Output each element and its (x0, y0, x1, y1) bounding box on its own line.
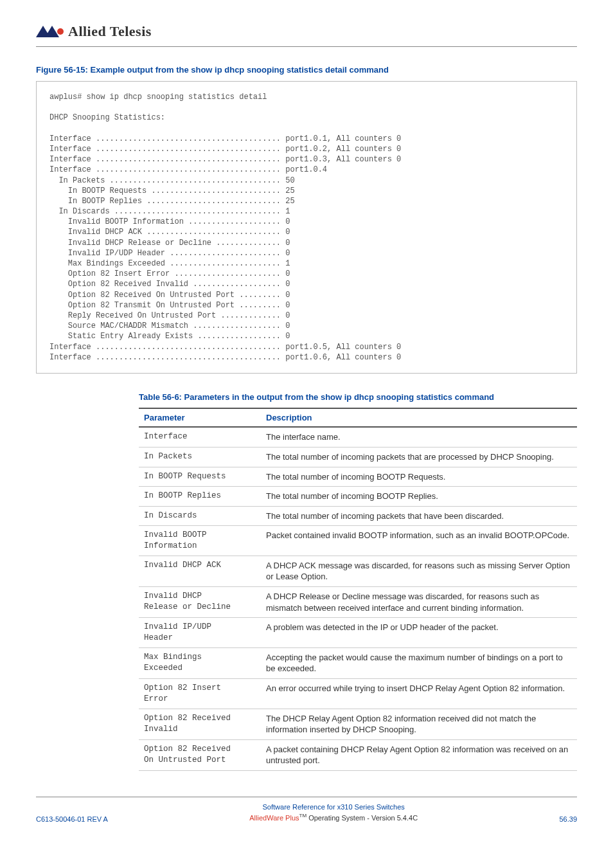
cli-output: Interface ..............................… (49, 134, 564, 363)
param-desc: The total number of incoming BOOTP Repli… (261, 487, 577, 507)
param-name: In BOOTP Replies (139, 487, 261, 507)
param-desc: A DHCP Release or Decline message was di… (261, 587, 577, 618)
param-desc: The total number of incoming packets tha… (261, 447, 577, 467)
col-header-description: Description (261, 408, 577, 427)
param-name: Interface (139, 427, 261, 447)
param-name: In BOOTP Requests (139, 467, 261, 487)
param-name: In Packets (139, 447, 261, 467)
param-name: Invalid IP/UDP Header (139, 618, 261, 648)
cli-output-box: awplus# show ip dhcp snooping statistics… (36, 81, 577, 374)
cli-header: DHCP Snooping Statistics: (49, 113, 564, 123)
table-row: Invalid DHCP Release or DeclineA DHCP Re… (139, 587, 577, 618)
table-row: Invalid DHCP ACKA DHCP ACK message was d… (139, 556, 577, 586)
table-row: In DiscardsThe total number of incoming … (139, 506, 577, 526)
param-desc: The total number of incoming packets tha… (261, 506, 577, 526)
param-desc: A DHCP ACK message was discarded, for re… (261, 556, 577, 586)
table-row: Option 82 Received On Untrusted PortA pa… (139, 739, 577, 770)
param-desc: Packet contained invalid BOOTP informati… (261, 526, 577, 556)
param-name: Option 82 Insert Error (139, 678, 261, 709)
col-header-parameter: Parameter (139, 408, 261, 427)
table-row: Invalid IP/UDP HeaderA problem was detec… (139, 618, 577, 648)
table-row: Option 82 Received InvalidThe DHCP Relay… (139, 709, 577, 739)
param-desc: An error occurred while trying to insert… (261, 678, 577, 709)
param-desc: The interface name. (261, 427, 577, 447)
header-divider (36, 46, 577, 47)
logo-text: Allied Telesis (68, 23, 152, 40)
footer-page-number: 56.39 (559, 815, 577, 823)
footer-divider (36, 797, 577, 797)
logo-mark-icon (36, 24, 64, 39)
page-footer: C613-50046-01 REV A Software Reference f… (36, 797, 577, 823)
figure-title: Figure 56-15: Example output from the sh… (36, 65, 577, 75)
param-desc: A packet containing DHCP Relay Agent Opt… (261, 739, 577, 770)
table-title: Table 56-6: Parameters in the output fro… (139, 392, 577, 403)
param-desc: A problem was detected in the IP or UDP … (261, 618, 577, 648)
param-desc: The DHCP Relay Agent Option 82 informati… (261, 709, 577, 739)
param-name: Invalid BOOTP Information (139, 526, 261, 556)
table-row: Max Bindings ExceededAccepting the packe… (139, 647, 577, 678)
param-name: Invalid DHCP Release or Decline (139, 587, 261, 618)
param-desc: Accepting the packet would cause the max… (261, 647, 577, 678)
brand-logo: Allied Telesis (36, 23, 577, 40)
table-row: InterfaceThe interface name. (139, 427, 577, 447)
footer-line1: Software Reference for x310 Series Switc… (108, 802, 560, 812)
svg-marker-1 (45, 26, 59, 37)
param-name: Option 82 Received On Untrusted Port (139, 739, 261, 770)
param-name: Option 82 Received Invalid (139, 709, 261, 739)
table-row: In PacketsThe total number of incoming p… (139, 447, 577, 467)
table-row: Option 82 Insert ErrorAn error occurred … (139, 678, 577, 709)
param-name: Invalid DHCP ACK (139, 556, 261, 586)
parameters-table: Parameter Description InterfaceThe inter… (139, 408, 577, 770)
table-row: In BOOTP RepliesThe total number of inco… (139, 487, 577, 507)
footer-line2: AlliedWare PlusTM Operating System - Ver… (108, 812, 560, 823)
table-row: Invalid BOOTP InformationPacket containe… (139, 526, 577, 556)
param-name: In Discards (139, 506, 261, 526)
param-name: Max Bindings Exceeded (139, 647, 261, 678)
cli-command: awplus# show ip dhcp snooping statistics… (49, 92, 564, 102)
footer-doc-id: C613-50046-01 REV A (36, 815, 108, 823)
svg-point-2 (57, 28, 64, 35)
param-desc: The total number of incoming BOOTP Reque… (261, 467, 577, 487)
table-row: In BOOTP RequestsThe total number of inc… (139, 467, 577, 487)
